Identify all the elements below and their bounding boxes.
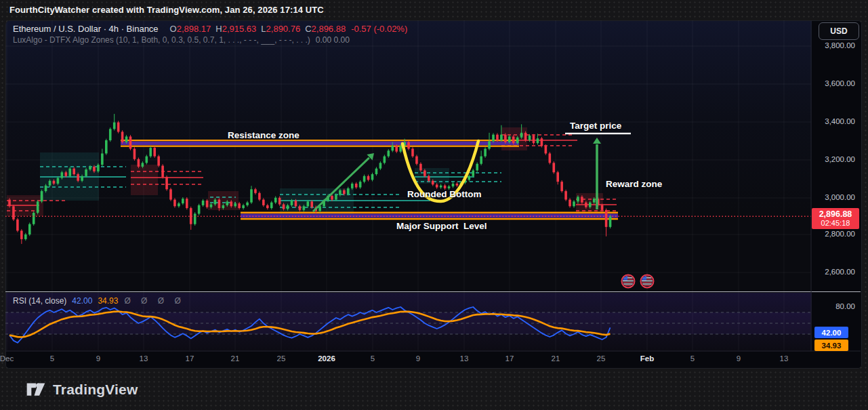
time-axis-label: 5	[678, 354, 707, 363]
current-price: 2,896.88	[812, 209, 859, 219]
change-value: -0.57 (-0.02%)	[351, 24, 407, 34]
time-axis-label: 9	[403, 354, 433, 363]
time-axis-label: 21	[541, 354, 571, 363]
chart-overlays: Ethereum / U.S. Dollar · 4h · BinanceO2,…	[0, 0, 868, 410]
page-background: FourthCityWatcher created with TradingVi…	[0, 0, 868, 410]
high-value: 2,915.63	[222, 24, 257, 34]
attribution-text: FourthCityWatcher created with TradingVi…	[9, 5, 324, 15]
resistance-zone-label: Resistance zone	[228, 130, 299, 140]
symbol-header: Ethereum / U.S. Dollar · 4h · BinanceO2,…	[13, 24, 407, 34]
open-label: O	[170, 24, 177, 34]
tradingview-logo-icon	[26, 380, 46, 400]
indicator-header[interactable]: LuxAlgo - DTFX Algo Zones (10, 1, Both, …	[13, 35, 350, 45]
time-axis-label: 17	[175, 354, 205, 363]
price-axis-label: 3,000.00	[813, 193, 855, 201]
rsi-ma-badge: 34.93	[814, 340, 848, 351]
price-axis-label: 3,800.00	[813, 41, 855, 49]
time-axis-label: 9	[83, 354, 113, 363]
time-axis-label: 17	[495, 354, 524, 363]
price-axis-label: 3,400.00	[813, 117, 855, 125]
price-axis-label: 2,800.00	[813, 230, 855, 238]
price-axis-label: 3,200.00	[813, 155, 855, 163]
tradingview-logo-text: TradingView	[53, 382, 138, 398]
indicator-values: 0.00 0.00	[316, 35, 350, 45]
time-axis-label: 2026	[312, 354, 342, 363]
indicator-name[interactable]: LuxAlgo - DTFX Algo Zones (10, 1, Both, …	[13, 35, 310, 45]
current-price-badge: 2,896.88 02:45:18	[812, 208, 859, 229]
rsi-ma-value: 34.93	[98, 296, 118, 306]
bar-countdown: 02:45:18	[812, 219, 859, 228]
rsi-title[interactable]: RSI (14, close)	[13, 296, 66, 306]
close-label: C	[305, 24, 311, 34]
time-axis-label: 5	[358, 354, 388, 363]
rsi-value-badge: 42.00	[814, 327, 848, 338]
rsi-value: 42.00	[72, 296, 92, 306]
low-value: 2,890.76	[266, 24, 301, 34]
target-price-label: Target price	[570, 121, 621, 131]
major-support-label: Major Support Level	[396, 221, 487, 231]
rsi-scale-label: 80.00	[813, 302, 855, 310]
time-axis-label: 25	[586, 354, 616, 363]
time-axis-label: Feb	[632, 354, 662, 363]
time-axis-label: 13	[129, 354, 159, 363]
tradingview-logo[interactable]: TradingView	[26, 380, 138, 400]
rsi-extra-values: Ø Ø Ø Ø	[124, 296, 184, 306]
rsi-header[interactable]: RSI (14, close)42.0034.93Ø Ø Ø Ø	[13, 296, 185, 306]
time-axis-label: Dec	[0, 354, 22, 363]
high-label: H	[215, 24, 222, 34]
rounded-bottom-label: Rounded Bottom	[407, 189, 481, 199]
time-axis-label: 9	[724, 354, 753, 363]
open-value: 2,898.17	[177, 24, 211, 34]
time-axis-label: 25	[266, 354, 296, 363]
time-axis-label: 13	[449, 354, 479, 363]
attribution-bar: FourthCityWatcher created with TradingVi…	[9, 5, 324, 15]
close-value: 2,896.88	[312, 24, 346, 34]
time-axis-label: 21	[220, 354, 250, 363]
symbol-title[interactable]: Ethereum / U.S. Dollar · 4h · Binance	[13, 24, 159, 34]
time-axis-label: 5	[37, 354, 67, 363]
reward-zone-label: Reward zone	[606, 179, 662, 189]
price-axis-label: 3,600.00	[813, 79, 855, 87]
price-axis-label: 2,600.00	[813, 268, 855, 276]
currency-toggle-button[interactable]: USD	[819, 22, 859, 40]
low-label: L	[261, 24, 266, 34]
time-axis-label: 13	[769, 354, 799, 363]
